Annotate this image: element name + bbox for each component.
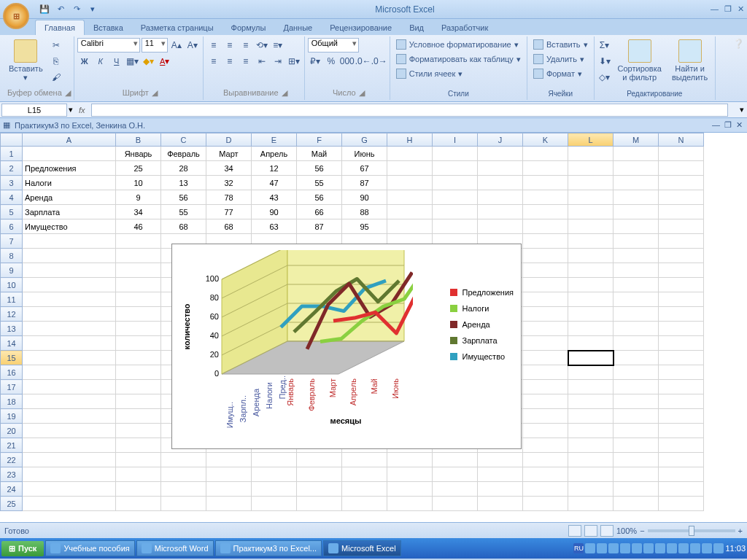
cell[interactable] xyxy=(614,147,659,161)
worksheet-area[interactable]: ABCDEFGHIJKLMN1ЯнварьФевральМартАпрельМа… xyxy=(0,133,747,522)
cell[interactable] xyxy=(659,467,704,482)
font-color-icon[interactable]: A▾ xyxy=(158,54,172,69)
page-layout-view-icon[interactable] xyxy=(584,525,597,537)
ribbon-tab[interactable]: Формулы xyxy=(222,20,275,35)
row-header[interactable]: 7 xyxy=(1,234,23,249)
cell[interactable] xyxy=(614,219,659,234)
border-icon[interactable]: ▦▾ xyxy=(125,54,140,69)
row-header[interactable]: 9 xyxy=(1,263,23,278)
align-left-icon[interactable]: ≡ xyxy=(206,54,221,69)
row-header[interactable]: 15 xyxy=(1,351,23,365)
column-header[interactable]: L xyxy=(568,133,614,147)
undo-icon[interactable]: ↶ xyxy=(54,3,67,16)
cell[interactable] xyxy=(614,205,659,219)
taskbar-item[interactable]: Практикум3 по Excel... xyxy=(215,540,322,556)
cell[interactable] xyxy=(523,278,568,292)
cell[interactable] xyxy=(568,380,614,394)
row-header[interactable]: 21 xyxy=(1,438,23,453)
cell[interactable] xyxy=(659,482,704,497)
cell[interactable] xyxy=(659,278,704,292)
cell[interactable] xyxy=(568,249,614,263)
insert-cells-button[interactable]: Вставить▾ xyxy=(530,38,591,51)
cell[interactable] xyxy=(387,176,433,190)
cell[interactable]: 87 xyxy=(297,219,342,234)
conditional-formatting-button[interactable]: Условное форматирование▾ xyxy=(393,38,522,51)
cell[interactable] xyxy=(659,147,704,161)
cell[interactable] xyxy=(523,190,568,205)
cell[interactable] xyxy=(116,249,161,263)
cell[interactable] xyxy=(206,482,252,497)
cell[interactable]: 43 xyxy=(252,190,297,205)
cell[interactable] xyxy=(23,263,116,278)
cell[interactable] xyxy=(116,322,161,336)
cell[interactable]: 55 xyxy=(161,205,206,219)
cell[interactable] xyxy=(568,409,614,424)
row-header[interactable]: 12 xyxy=(1,307,23,322)
cell[interactable] xyxy=(478,176,523,190)
cell[interactable] xyxy=(23,467,116,482)
cell[interactable]: 46 xyxy=(116,219,161,234)
cell[interactable] xyxy=(659,292,704,307)
cell[interactable] xyxy=(659,322,704,336)
cell[interactable] xyxy=(523,161,568,176)
merge-icon[interactable]: ⊞▾ xyxy=(287,54,301,69)
cell[interactable] xyxy=(433,190,478,205)
italic-icon[interactable]: К xyxy=(93,54,108,69)
font-size-combo[interactable]: 11 xyxy=(142,38,168,52)
cell[interactable]: 55 xyxy=(297,176,342,190)
column-header[interactable]: H xyxy=(387,133,433,147)
cell[interactable] xyxy=(23,394,116,409)
cell[interactable] xyxy=(116,380,161,394)
tray-icon[interactable] xyxy=(608,543,619,553)
cell[interactable] xyxy=(614,482,659,497)
cell[interactable] xyxy=(433,453,478,467)
delete-cells-button[interactable]: Удалить▾ xyxy=(530,52,587,66)
row-header[interactable]: 17 xyxy=(1,380,23,394)
cell[interactable] xyxy=(523,263,568,278)
cell[interactable] xyxy=(478,147,523,161)
cell[interactable] xyxy=(659,249,704,263)
cell[interactable] xyxy=(614,336,659,351)
cell[interactable] xyxy=(568,424,614,438)
cell[interactable] xyxy=(523,409,568,424)
find-select-button[interactable]: Найти и выделить xyxy=(667,38,712,83)
workbook-restore-icon[interactable]: ❐ xyxy=(724,120,732,130)
cell[interactable] xyxy=(659,176,704,190)
tray-icon[interactable] xyxy=(632,543,642,553)
cell[interactable] xyxy=(23,307,116,322)
cell[interactable] xyxy=(523,205,568,219)
fill-color-icon[interactable]: ◆▾ xyxy=(142,54,156,69)
cell[interactable]: 67 xyxy=(342,161,387,176)
cell[interactable] xyxy=(23,147,116,161)
cell[interactable] xyxy=(568,161,614,176)
fill-icon[interactable]: ⬇▾ xyxy=(597,54,612,69)
tray-icon[interactable] xyxy=(655,543,665,553)
clear-icon[interactable]: ◇▾ xyxy=(597,70,612,85)
cell[interactable] xyxy=(387,497,433,511)
cell[interactable] xyxy=(252,482,297,497)
cell[interactable] xyxy=(206,497,252,511)
ribbon-tab[interactable]: Данные xyxy=(274,20,321,35)
cell[interactable]: 63 xyxy=(252,219,297,234)
cell[interactable] xyxy=(23,351,116,365)
cell[interactable]: 28 xyxy=(161,161,206,176)
cell[interactable] xyxy=(659,438,704,453)
cell[interactable] xyxy=(568,278,614,292)
cell[interactable]: 95 xyxy=(342,219,387,234)
cell[interactable] xyxy=(614,234,659,249)
column-header[interactable]: E xyxy=(252,133,297,147)
cell[interactable] xyxy=(568,322,614,336)
cell[interactable] xyxy=(433,467,478,482)
cell[interactable] xyxy=(297,497,342,511)
cell[interactable] xyxy=(568,351,614,365)
cell[interactable] xyxy=(614,409,659,424)
cell[interactable] xyxy=(433,219,478,234)
cell[interactable] xyxy=(523,497,568,511)
ribbon-tab[interactable]: Рецензирование xyxy=(321,20,400,35)
cell[interactable] xyxy=(659,497,704,511)
cell[interactable]: Налоги xyxy=(23,176,116,190)
cell[interactable] xyxy=(478,205,523,219)
column-header[interactable]: I xyxy=(433,133,478,147)
cell[interactable] xyxy=(659,307,704,322)
tray-icon[interactable] xyxy=(585,543,595,553)
